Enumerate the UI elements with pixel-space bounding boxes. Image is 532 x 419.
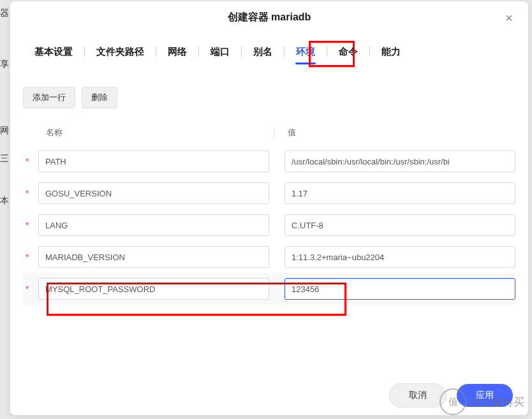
env-name-input[interactable]	[38, 246, 269, 268]
create-container-modal: 创建容器 mariadb × 基本设置 文件夹路径 网络 端口 别名 环境 命令…	[10, 1, 528, 415]
tab-bar: 基本设置 文件夹路径 网络 端口 别名 环境 命令 能力	[10, 34, 528, 69]
bg-fragment: 本	[0, 195, 9, 207]
env-value-input[interactable]	[284, 151, 515, 172]
table-row[interactable]: *	[23, 145, 515, 177]
toolbar: 添加一行 删除	[10, 69, 528, 120]
table-header: 名称 值	[23, 120, 515, 145]
env-value-input[interactable]	[284, 246, 515, 268]
modal-title: 创建容器 mariadb	[228, 11, 311, 24]
env-value-input[interactable]	[284, 182, 515, 204]
env-name-input[interactable]	[38, 151, 269, 172]
required-marker: *	[23, 188, 38, 198]
required-marker: *	[23, 284, 38, 294]
env-name-input[interactable]	[38, 214, 269, 236]
modal-header: 创建容器 mariadb ×	[10, 1, 528, 34]
tab-env[interactable]: 环境	[284, 41, 327, 63]
env-value-input[interactable]	[284, 278, 515, 300]
close-icon[interactable]: ×	[501, 10, 517, 26]
tab-cmd[interactable]: 命令	[327, 41, 369, 63]
add-row-button[interactable]: 添加一行	[23, 87, 75, 108]
bg-fragment: 三	[0, 153, 9, 165]
required-marker: *	[23, 252, 38, 262]
env-name-input[interactable]	[38, 278, 269, 300]
bg-fragment: 享	[0, 59, 9, 70]
tab-alias[interactable]: 别名	[242, 41, 284, 63]
env-name-input[interactable]	[38, 182, 269, 204]
env-value-input[interactable]	[284, 214, 515, 236]
header-name: 名称	[38, 127, 275, 138]
tab-basic[interactable]: 基本设置	[23, 41, 84, 63]
header-value: 值	[275, 127, 516, 138]
bg-fragment: 网	[0, 125, 9, 136]
table-row[interactable]: *	[23, 273, 515, 305]
cancel-button[interactable]: 取消	[389, 383, 447, 408]
tab-folder[interactable]: 文件夹路径	[85, 41, 156, 63]
watermark-icon: 值	[440, 388, 466, 415]
table-row[interactable]: *	[23, 177, 515, 209]
table-row[interactable]: *	[23, 209, 515, 241]
required-marker: *	[23, 156, 38, 166]
table-row[interactable]: *	[23, 241, 515, 273]
watermark: 值 什么值得买	[440, 388, 524, 415]
env-table: 名称 值 * * * * *	[10, 120, 528, 305]
delete-row-button[interactable]: 删除	[82, 87, 117, 108]
watermark-text: 什么值得买	[470, 395, 524, 409]
bg-fragment: 器	[0, 8, 9, 19]
tab-cap[interactable]: 能力	[370, 41, 412, 63]
required-marker: *	[23, 220, 38, 230]
tab-port[interactable]: 端口	[199, 41, 241, 63]
tab-network[interactable]: 网络	[156, 41, 198, 63]
